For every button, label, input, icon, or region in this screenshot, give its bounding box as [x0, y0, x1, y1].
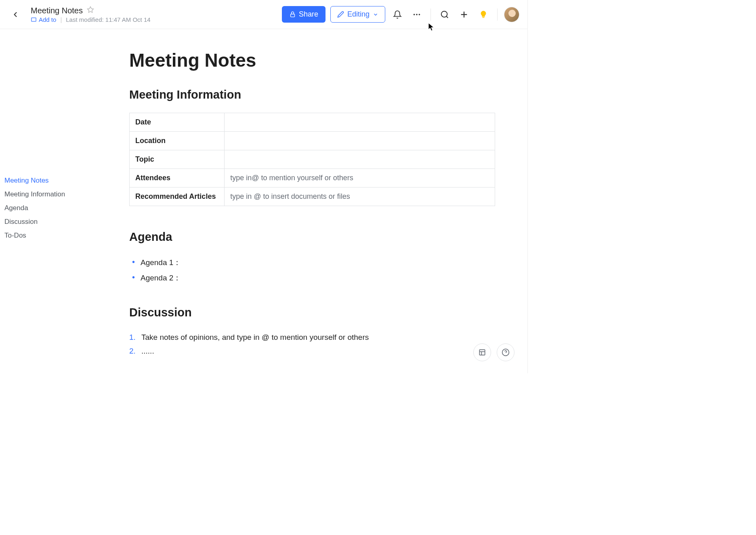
plus-icon	[460, 10, 468, 19]
editing-label: Editing	[347, 10, 370, 19]
table-row: Topic	[130, 150, 495, 169]
topbar: Meeting Notes Add to | Last modified: 11…	[0, 0, 527, 29]
editing-mode-button[interactable]: Editing	[330, 6, 385, 23]
cell-label[interactable]: Recommended Articles	[130, 187, 225, 206]
pencil-icon	[337, 11, 344, 18]
svg-marker-0	[87, 7, 93, 13]
chevron-down-icon	[373, 12, 378, 17]
more-horizontal-icon	[412, 10, 421, 19]
cell-value[interactable]: type in@ to mention yourself or others	[225, 169, 495, 187]
list-item[interactable]: ......	[129, 344, 495, 358]
svg-point-3	[414, 14, 415, 15]
agenda-list[interactable]: Agenda 1： Agenda 2：	[129, 255, 495, 286]
heading-meeting-info[interactable]: Meeting Information	[129, 88, 495, 101]
divider	[430, 8, 431, 21]
help-icon	[502, 348, 510, 356]
separator: |	[60, 16, 62, 23]
svg-point-6	[441, 11, 447, 17]
template-icon	[478, 348, 486, 356]
list-item[interactable]: Agenda 1：	[129, 255, 495, 270]
cell-value[interactable]	[225, 132, 495, 150]
heading-1[interactable]: Meeting Notes	[129, 49, 495, 71]
svg-point-4	[416, 14, 418, 15]
sidebar-item-agenda[interactable]: Agenda	[4, 201, 73, 215]
back-button[interactable]	[8, 7, 23, 22]
sidebar-item-meeting-information[interactable]: Meeting Information	[4, 187, 73, 201]
svg-rect-1	[32, 18, 36, 21]
divider	[497, 8, 498, 21]
lightbulb-icon	[479, 10, 488, 19]
discussion-list[interactable]: Take notes of opinions, and type in @ to…	[129, 331, 495, 358]
table-row: Recommended Articles type in @ to insert…	[130, 187, 495, 206]
table-row: Date	[130, 113, 495, 132]
chevron-left-icon	[11, 11, 19, 19]
folder-icon	[31, 17, 37, 23]
floating-buttons	[473, 343, 514, 361]
search-icon	[440, 10, 449, 19]
user-avatar[interactable]	[504, 7, 519, 22]
cell-value[interactable]	[225, 150, 495, 169]
last-modified: Last modified: 11:47 AM Oct 14	[66, 16, 150, 23]
sidebar-item-meeting-notes[interactable]: Meeting Notes	[4, 174, 73, 187]
cell-label[interactable]: Topic	[130, 150, 225, 169]
share-button[interactable]: Share	[282, 6, 326, 23]
add-button[interactable]	[457, 7, 471, 22]
cell-label[interactable]: Attendees	[130, 169, 225, 187]
list-item[interactable]: Take notes of opinions, and type in @ to…	[129, 331, 495, 344]
outline-sidebar: Meeting Notes Meeting Information Agenda…	[0, 29, 73, 373]
help-button[interactable]	[497, 343, 514, 361]
bell-icon	[393, 10, 402, 19]
svg-rect-11	[479, 350, 485, 355]
tips-button[interactable]	[476, 7, 491, 22]
heading-agenda[interactable]: Agenda	[129, 230, 495, 244]
svg-point-5	[419, 14, 420, 15]
search-button[interactable]	[437, 7, 452, 22]
share-label: Share	[299, 10, 318, 19]
add-to-button[interactable]: Add to	[31, 16, 56, 23]
document-body[interactable]: Meeting Notes Meeting Information Date L…	[73, 29, 527, 373]
doc-title[interactable]: Meeting Notes	[31, 6, 83, 15]
heading-discussion[interactable]: Discussion	[129, 306, 495, 319]
title-block: Meeting Notes Add to | Last modified: 11…	[31, 6, 151, 23]
info-table[interactable]: Date Location Topic Attendees type in@ t…	[129, 113, 495, 206]
notifications-button[interactable]	[390, 7, 405, 22]
cell-label[interactable]: Location	[130, 132, 225, 150]
cell-value[interactable]	[225, 113, 495, 132]
svg-rect-10	[482, 17, 485, 18]
templates-button[interactable]	[473, 343, 491, 361]
sidebar-item-discussion[interactable]: Discussion	[4, 215, 73, 229]
svg-line-7	[446, 16, 448, 18]
cell-value[interactable]: type in @ to insert documents or files	[225, 187, 495, 206]
svg-rect-2	[290, 14, 294, 17]
cell-label[interactable]: Date	[130, 113, 225, 132]
table-row: Location	[130, 132, 495, 150]
star-icon[interactable]	[87, 6, 94, 15]
add-to-label: Add to	[39, 16, 56, 23]
list-item[interactable]: Agenda 2：	[129, 270, 495, 286]
sidebar-item-todos[interactable]: To-Dos	[4, 229, 73, 242]
lock-icon	[289, 11, 296, 18]
more-button[interactable]	[410, 7, 424, 22]
table-row: Attendees type in@ to mention yourself o…	[130, 169, 495, 187]
